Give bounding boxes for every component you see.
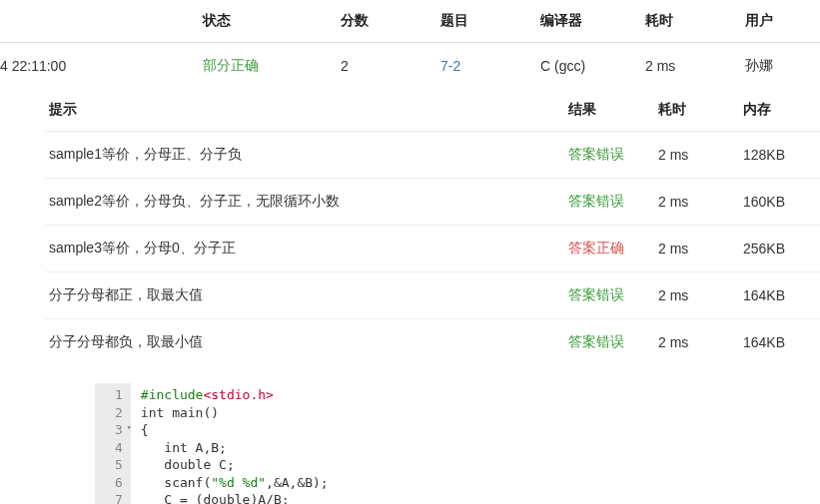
col-timecost-header: 耗时	[654, 89, 739, 132]
testcase-hint: 分子分母都正，取最大值	[45, 272, 564, 319]
code-line: int main()	[141, 405, 219, 420]
testcase-result: 答案错误	[564, 319, 654, 366]
testcase-timecost: 2 ms	[654, 179, 739, 226]
code-line: #include<stdio.h>	[141, 387, 274, 402]
testcase-row: sample3等价，分母0、分子正答案正确2 ms256KB	[45, 226, 820, 272]
testcase-hint: 分子分母都负，取最小值	[45, 319, 564, 366]
col-timecost-header: 耗时	[637, 0, 737, 43]
testcase-row: sample2等价，分母负、分子正，无限循环小数答案错误2 ms160KB	[45, 179, 820, 226]
code-viewer: 12345678 #include<stdio.h> int main() { …	[95, 383, 820, 504]
testcase-row: 分子分母都负，取最小值答案错误2 ms164KB	[45, 319, 820, 366]
testcase-row: sample1等价，分母正、分子负答案错误2 ms128KB	[45, 132, 820, 179]
testcase-timecost: 2 ms	[654, 272, 739, 319]
col-problem-header: 题目	[432, 0, 532, 43]
col-score-header: 分数	[333, 0, 432, 43]
line-number: 1	[115, 386, 123, 404]
testcase-result: 答案错误	[564, 179, 654, 226]
col-status-header: 状态	[195, 0, 333, 43]
testcase-memory: 164KB	[739, 272, 820, 319]
code-lines: #include<stdio.h> int main() { int A,B; …	[131, 383, 820, 504]
testcase-memory: 164KB	[739, 319, 820, 366]
testcase-result: 答案正确	[564, 226, 654, 272]
testcase-header-row: 提示 结果 耗时 内存	[45, 89, 820, 132]
col-compiler-header: 编译器	[532, 0, 637, 43]
code-line: double C;	[141, 457, 235, 472]
testcase-memory: 256KB	[739, 226, 820, 272]
testcase-hint: sample3等价，分母0、分子正	[45, 226, 564, 272]
line-number: 3	[115, 421, 123, 439]
testcase-result: 答案错误	[564, 132, 654, 179]
col-hint-header: 提示	[45, 89, 564, 132]
submission-problem-link[interactable]: 7-2	[440, 58, 460, 74]
submission-status[interactable]: 部分正确	[203, 57, 259, 73]
col-user-header: 用户	[737, 0, 820, 43]
submission-row: 4 22:11:00 部分正确 2 7-2 C (gcc) 2 ms 孙娜	[0, 43, 820, 90]
line-number: 2	[115, 404, 123, 422]
testcase-memory: 160KB	[739, 179, 820, 226]
submission-time: 4 22:11:00	[0, 43, 195, 90]
submission-score: 2	[333, 43, 432, 90]
testcase-memory: 128KB	[739, 132, 820, 179]
code-line: {	[141, 422, 149, 437]
testcase-body: sample1等价，分母正、分子负答案错误2 ms128KBsample2等价，…	[45, 132, 820, 366]
submission-table: 状态 分数 题目 编译器 耗时 用户 4 22:11:00 部分正确 2 7-2…	[0, 0, 820, 89]
testcase-hint: sample1等价，分母正、分子负	[45, 132, 564, 179]
code-gutter: 12345678	[95, 383, 131, 504]
testcase-hint: sample2等价，分母负、分子正，无限循环小数	[45, 179, 564, 226]
submission-user: 孙娜	[737, 43, 820, 90]
line-number: 5	[115, 456, 123, 474]
code-line: scanf("%d %d",&A,&B);	[141, 475, 329, 490]
line-number: 7	[115, 491, 123, 504]
col-result-header: 结果	[564, 89, 654, 132]
submission-timecost: 2 ms	[637, 43, 737, 90]
col-memory-header: 内存	[739, 89, 820, 132]
code-line: C = (double)A/B;	[141, 492, 290, 504]
testcase-result: 答案错误	[564, 272, 654, 319]
testcase-row: 分子分母都正，取最大值答案错误2 ms164KB	[45, 272, 820, 319]
testcase-timecost: 2 ms	[654, 132, 739, 179]
testcase-timecost: 2 ms	[654, 226, 739, 272]
submission-header-row: 状态 分数 题目 编译器 耗时 用户	[0, 0, 820, 43]
code-line: int A,B;	[141, 440, 227, 455]
line-number: 4	[115, 439, 123, 457]
submission-compiler: C (gcc)	[532, 43, 637, 90]
col-time-header	[0, 0, 195, 43]
testcase-table: 提示 结果 耗时 内存 sample1等价，分母正、分子负答案错误2 ms128…	[45, 89, 820, 365]
line-number: 6	[115, 474, 123, 492]
testcase-timecost: 2 ms	[654, 319, 739, 366]
